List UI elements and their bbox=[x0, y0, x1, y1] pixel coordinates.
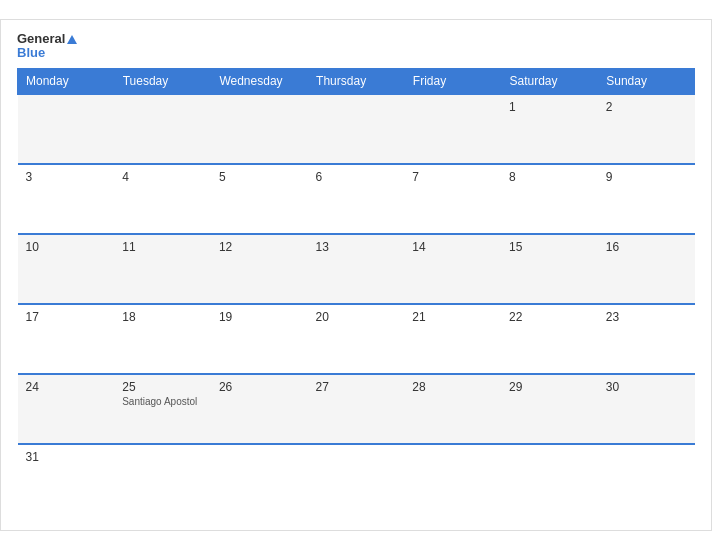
day-number: 26 bbox=[219, 380, 232, 394]
weekday-header-wednesday: Wednesday bbox=[211, 69, 308, 95]
calendar-cell: 17 bbox=[18, 304, 115, 374]
calendar-cell: 5 bbox=[211, 164, 308, 234]
weekday-header-tuesday: Tuesday bbox=[114, 69, 211, 95]
calendar-cell: 19 bbox=[211, 304, 308, 374]
calendar-cell: 20 bbox=[308, 304, 405, 374]
calendar-cell: 25Santiago Apostol bbox=[114, 374, 211, 444]
calendar-cell: 7 bbox=[404, 164, 501, 234]
calendar-cell bbox=[404, 94, 501, 164]
calendar-cell: 30 bbox=[598, 374, 695, 444]
calendar-week-row: 12 bbox=[18, 94, 695, 164]
day-number: 27 bbox=[316, 380, 329, 394]
logo: General Blue bbox=[17, 32, 77, 61]
day-number: 9 bbox=[606, 170, 613, 184]
calendar-cell: 14 bbox=[404, 234, 501, 304]
calendar-cell: 18 bbox=[114, 304, 211, 374]
calendar-cell: 29 bbox=[501, 374, 598, 444]
day-number: 18 bbox=[122, 310, 135, 324]
day-number: 30 bbox=[606, 380, 619, 394]
calendar-cell bbox=[308, 444, 405, 514]
calendar-cell: 1 bbox=[501, 94, 598, 164]
calendar-cell: 4 bbox=[114, 164, 211, 234]
calendar-cell: 11 bbox=[114, 234, 211, 304]
calendar-cell: 27 bbox=[308, 374, 405, 444]
calendar-cell: 16 bbox=[598, 234, 695, 304]
calendar-cell: 10 bbox=[18, 234, 115, 304]
weekday-header-row: MondayTuesdayWednesdayThursdayFridaySatu… bbox=[18, 69, 695, 95]
calendar-cell: 15 bbox=[501, 234, 598, 304]
day-number: 28 bbox=[412, 380, 425, 394]
day-number: 16 bbox=[606, 240, 619, 254]
calendar-week-row: 10111213141516 bbox=[18, 234, 695, 304]
calendar-header: General Blue bbox=[17, 32, 695, 61]
calendar-cell: 6 bbox=[308, 164, 405, 234]
calendar-cell bbox=[211, 94, 308, 164]
calendar-cell: 3 bbox=[18, 164, 115, 234]
weekday-header-sunday: Sunday bbox=[598, 69, 695, 95]
calendar-cell: 23 bbox=[598, 304, 695, 374]
day-number: 15 bbox=[509, 240, 522, 254]
calendar-cell: 26 bbox=[211, 374, 308, 444]
day-number: 22 bbox=[509, 310, 522, 324]
day-number: 20 bbox=[316, 310, 329, 324]
calendar-cell: 31 bbox=[18, 444, 115, 514]
calendar-week-row: 17181920212223 bbox=[18, 304, 695, 374]
calendar-week-row: 3456789 bbox=[18, 164, 695, 234]
day-number: 24 bbox=[26, 380, 39, 394]
day-number: 4 bbox=[122, 170, 129, 184]
logo-general-text: General bbox=[17, 32, 77, 46]
calendar-cell: 22 bbox=[501, 304, 598, 374]
day-number: 31 bbox=[26, 450, 39, 464]
logo-blue-text: Blue bbox=[17, 46, 45, 60]
calendar-cell bbox=[308, 94, 405, 164]
logo-triangle-icon bbox=[67, 35, 77, 44]
day-number: 14 bbox=[412, 240, 425, 254]
calendar-cell bbox=[211, 444, 308, 514]
event-text: Santiago Apostol bbox=[122, 396, 203, 407]
weekday-header-friday: Friday bbox=[404, 69, 501, 95]
calendar-table: MondayTuesdayWednesdayThursdayFridaySatu… bbox=[17, 68, 695, 514]
calendar-cell bbox=[404, 444, 501, 514]
day-number: 6 bbox=[316, 170, 323, 184]
calendar-cell bbox=[501, 444, 598, 514]
calendar-week-row: 2425Santiago Apostol2627282930 bbox=[18, 374, 695, 444]
calendar-container: General Blue MondayTuesdayWednesdayThurs… bbox=[0, 19, 712, 532]
day-number: 10 bbox=[26, 240, 39, 254]
calendar-cell bbox=[598, 444, 695, 514]
day-number: 11 bbox=[122, 240, 135, 254]
calendar-cell: 24 bbox=[18, 374, 115, 444]
weekday-header-saturday: Saturday bbox=[501, 69, 598, 95]
day-number: 7 bbox=[412, 170, 419, 184]
day-number: 19 bbox=[219, 310, 232, 324]
weekday-header-thursday: Thursday bbox=[308, 69, 405, 95]
day-number: 1 bbox=[509, 100, 516, 114]
calendar-cell: 13 bbox=[308, 234, 405, 304]
calendar-cell bbox=[18, 94, 115, 164]
day-number: 12 bbox=[219, 240, 232, 254]
day-number: 5 bbox=[219, 170, 226, 184]
day-number: 8 bbox=[509, 170, 516, 184]
calendar-cell bbox=[114, 94, 211, 164]
day-number: 23 bbox=[606, 310, 619, 324]
day-number: 25 bbox=[122, 380, 135, 394]
day-number: 29 bbox=[509, 380, 522, 394]
calendar-cell: 12 bbox=[211, 234, 308, 304]
day-number: 2 bbox=[606, 100, 613, 114]
calendar-cell bbox=[114, 444, 211, 514]
calendar-cell: 2 bbox=[598, 94, 695, 164]
day-number: 21 bbox=[412, 310, 425, 324]
calendar-cell: 28 bbox=[404, 374, 501, 444]
day-number: 3 bbox=[26, 170, 33, 184]
day-number: 13 bbox=[316, 240, 329, 254]
calendar-cell: 21 bbox=[404, 304, 501, 374]
day-number: 17 bbox=[26, 310, 39, 324]
weekday-header-monday: Monday bbox=[18, 69, 115, 95]
calendar-cell: 9 bbox=[598, 164, 695, 234]
calendar-week-row: 31 bbox=[18, 444, 695, 514]
calendar-cell: 8 bbox=[501, 164, 598, 234]
